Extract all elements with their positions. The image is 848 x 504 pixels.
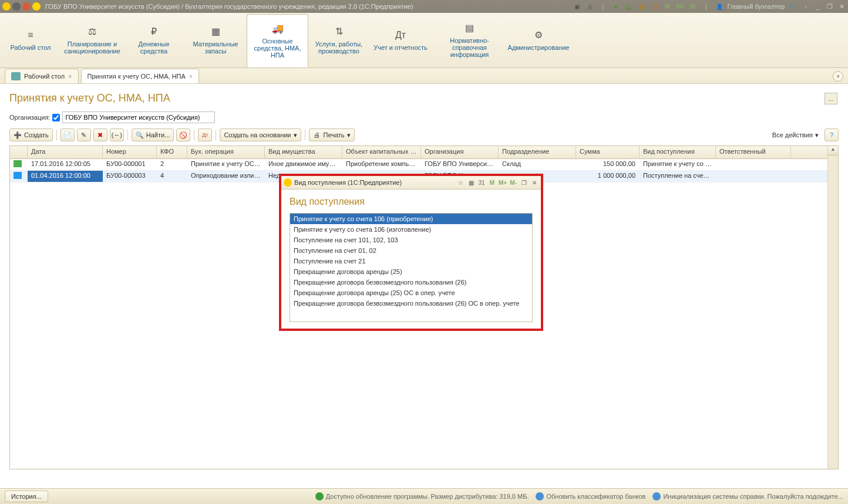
- section-accounting[interactable]: ДтУчет и отчетность: [370, 13, 432, 67]
- copy-button[interactable]: 📄: [60, 128, 75, 141]
- close-button[interactable]: ✕: [837, 2, 846, 11]
- help-button[interactable]: ?: [825, 128, 839, 141]
- minimize-button[interactable]: _: [814, 2, 822, 11]
- titlebar: ГОБУ ВПО Университет искусств (Субсидия)…: [0, 0, 848, 13]
- popup-item[interactable]: Принятие к учету со счета 106 (изготовле…: [290, 224, 532, 235]
- edit-button[interactable]: ✎: [77, 128, 91, 141]
- popup-body: Вид поступления Принятие к учету со счет…: [281, 190, 541, 329]
- calc-icon[interactable]: ▦: [637, 2, 647, 11]
- section-planning[interactable]: ⚖Планирование и санкционирование: [62, 13, 123, 67]
- gh-org[interactable]: Организация: [421, 146, 499, 158]
- popup-titlebar: Вид поступления (1С:Предприятие) ☆ ▦ 31 …: [281, 176, 541, 190]
- gh-cap[interactable]: Объект капитальных в...: [342, 146, 421, 158]
- section-assets[interactable]: 🚚Основные средства, НМА, НПА: [247, 14, 308, 67]
- info-icon: [536, 492, 544, 500]
- dtKt-button[interactable]: Дт: [198, 128, 212, 141]
- back-icon[interactable]: [12, 2, 21, 11]
- gh-sum[interactable]: Сумма: [576, 146, 640, 158]
- popup-receipt-type: Вид поступления (1С:Предприятие) ☆ ▦ 31 …: [279, 174, 543, 331]
- page-title: Принятия к учету ОС, НМА, НПА: [9, 92, 839, 104]
- status-update[interactable]: Доступно обновление программы. Размер ди…: [315, 492, 529, 500]
- section-reference[interactable]: ▤Нормативно-справочная информация: [432, 13, 508, 67]
- popup-item[interactable]: Поступление на счет 21: [290, 256, 532, 266]
- delete-button[interactable]: ✖: [93, 128, 107, 141]
- create-based-button[interactable]: Создать на основании ▾: [220, 128, 301, 141]
- org-label: Организация:: [9, 114, 50, 121]
- info-icon[interactable]: ⓘ: [788, 2, 797, 11]
- popup-item[interactable]: Поступление на счет 01, 02: [290, 245, 532, 256]
- tabs-dropdown-button[interactable]: ▾: [833, 71, 843, 82]
- org-input[interactable]: [62, 111, 215, 123]
- popup-maximize-button[interactable]: ❐: [520, 178, 528, 187]
- gh-date[interactable]: Дата: [28, 146, 103, 158]
- popup-mplus-button[interactable]: M+: [499, 178, 507, 187]
- scroll-up-icon[interactable]: ▲: [828, 146, 838, 155]
- section-materials[interactable]: ▦Материальные запасы: [185, 13, 247, 67]
- section-label: Нормативно-справочная информация: [434, 37, 505, 58]
- popup-item[interactable]: Поступление на счет 101, 102, 103: [290, 235, 532, 245]
- all-actions-button[interactable]: Все действия ▾: [769, 128, 822, 141]
- cell-resp: [716, 159, 791, 170]
- m-button[interactable]: M: [663, 2, 672, 11]
- popup-calc-icon[interactable]: ▦: [467, 178, 475, 187]
- star-tool-icon[interactable]: ★: [611, 2, 621, 11]
- section-desktop[interactable]: ≡Рабочий стол: [0, 13, 62, 67]
- tool-icon-1[interactable]: ▣: [573, 2, 582, 11]
- create-button[interactable]: ➕Создать: [9, 128, 53, 141]
- popup-fav-icon[interactable]: ☆: [456, 178, 465, 187]
- clear-find-button[interactable]: 🚫: [176, 128, 190, 141]
- print-button[interactable]: 🖨Печать ▾: [309, 128, 355, 141]
- user-icon: 👤: [715, 2, 724, 11]
- find-button[interactable]: 🔍Найти...: [132, 128, 174, 141]
- cell-kfo: 2: [157, 159, 187, 170]
- history-tool-icon[interactable]: 🕮: [624, 2, 634, 11]
- popup-calendar-icon[interactable]: 31: [477, 178, 486, 187]
- popup-item[interactable]: Принятие к учету со счета 106 (приобрете…: [290, 214, 532, 224]
- tab-desktop[interactable]: Рабочий стол ×: [5, 69, 79, 83]
- gh-type[interactable]: Вид поступления: [640, 146, 716, 158]
- mminus-button[interactable]: M-: [689, 2, 698, 11]
- tab-acceptance[interactable]: Принятия к учету ОС, НМА, НПА ×: [81, 69, 200, 83]
- tool-icon-2[interactable]: ⎙: [585, 2, 595, 11]
- gh-prop[interactable]: Вид имущества: [265, 146, 342, 158]
- popup-item[interactable]: Прекращение договора безвозмездного поль…: [290, 277, 532, 287]
- gh-dept[interactable]: Подразделение: [499, 146, 576, 158]
- popup-list: Принятие к учету со счета 106 (приобрете…: [290, 213, 533, 322]
- grid-scrollbar[interactable]: ▲: [827, 146, 838, 469]
- gh-op[interactable]: Бух. операция: [187, 146, 265, 158]
- maximize-button[interactable]: ❐: [826, 2, 834, 11]
- grid-header: Дата Номер КФО Бух. операция Вид имущест…: [10, 146, 838, 159]
- gh-resp[interactable]: Ответственный: [716, 146, 791, 158]
- chevron-down-icon: ▾: [815, 131, 819, 139]
- gh-num[interactable]: Номер: [103, 146, 157, 158]
- history-button[interactable]: История...: [5, 491, 48, 502]
- section-money[interactable]: ₽Денежные средства: [123, 13, 185, 67]
- section-admin[interactable]: ⚙Администрирование: [508, 13, 570, 67]
- gh-marker[interactable]: [10, 146, 28, 158]
- money-icon: ₽: [149, 26, 159, 37]
- close-icon[interactable]: ×: [68, 73, 72, 80]
- close-icon[interactable]: ×: [189, 73, 193, 80]
- popup-item[interactable]: Прекращение договора аренды (25) ОС в оп…: [290, 287, 532, 298]
- menu-icon: ≡: [25, 30, 36, 40]
- status-banks[interactable]: Обновить классификатор банков: [536, 492, 645, 500]
- org-checkbox[interactable]: [52, 114, 60, 121]
- gear-icon: ⚙: [533, 30, 544, 40]
- popup-close-button[interactable]: ✕: [530, 178, 539, 187]
- popup-item[interactable]: Прекращение договора аренды (25): [290, 266, 532, 277]
- page-options-button[interactable]: …: [825, 93, 837, 104]
- table-row[interactable]: 17.01.2016 12:00:05 БУ00-000001 2 Принят…: [10, 159, 838, 171]
- cell-num: БУ00-000001: [103, 159, 157, 170]
- popup-m-button[interactable]: M: [488, 178, 496, 187]
- popup-mminus-button[interactable]: M-: [509, 178, 517, 187]
- section-services[interactable]: ⇅Услуги, работы, производство: [308, 13, 370, 67]
- popup-item[interactable]: Прекращение договора безвозмездного поль…: [290, 298, 532, 309]
- refresh-button[interactable]: (↔): [110, 128, 124, 141]
- section-label: Администрирование: [508, 44, 570, 51]
- mplus-button[interactable]: M+: [676, 2, 685, 11]
- forward-icon[interactable]: [22, 2, 31, 11]
- docs-icon: ▤: [465, 23, 475, 33]
- gh-kfo[interactable]: КФО: [157, 146, 187, 158]
- favorites-icon[interactable]: [32, 2, 41, 11]
- calendar-icon[interactable]: 31: [650, 2, 659, 11]
